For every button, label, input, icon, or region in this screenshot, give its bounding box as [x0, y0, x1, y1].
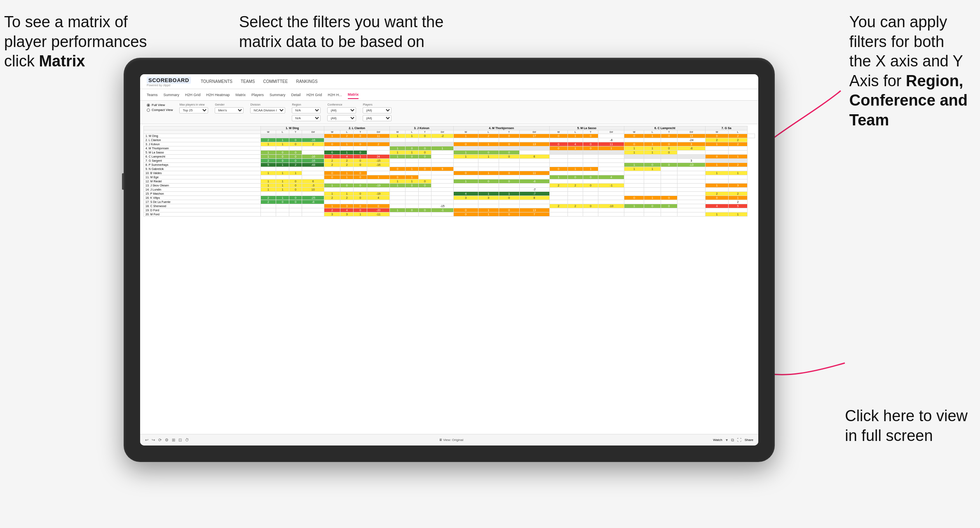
redo-icon[interactable]: ↪ — [152, 438, 155, 442]
sec-nav-summary2[interactable]: Summary — [270, 91, 286, 99]
matrix-cell — [644, 212, 661, 217]
players-select-2[interactable]: (All) — [363, 115, 392, 121]
nav-committee[interactable]: COMMITTEE — [263, 78, 288, 85]
matrix-cell — [367, 179, 389, 184]
matrix-cell: 3 — [677, 142, 705, 146]
conference-select-1[interactable]: (All) — [327, 107, 356, 113]
matrix-cell — [276, 134, 289, 138]
matrix-cell — [406, 196, 419, 200]
matrix-cell: -16 — [367, 163, 389, 167]
matrix-cell: 1 — [390, 208, 406, 212]
matrix-cell: 0 — [549, 142, 567, 146]
region-select-2[interactable]: N/A — [292, 115, 321, 121]
matrix-cell: 3 — [324, 212, 340, 217]
watch-label[interactable]: Watch — [713, 438, 722, 442]
matrix-cell — [598, 159, 624, 163]
table-row: 6. C Lamprecht100-1624124100110601 — [144, 155, 755, 159]
share-label[interactable]: Share — [745, 438, 753, 442]
clock-icon[interactable]: ⏱ — [185, 438, 189, 442]
matrix-cell — [677, 204, 705, 208]
matrix-cell: 4 — [340, 155, 354, 159]
matrix-cell: 0 — [418, 179, 431, 184]
sec-nav-matrix-active[interactable]: Matrix — [348, 91, 359, 99]
table-row: 19. D Ford240-20100-101013 — [144, 208, 755, 212]
settings-icon[interactable]: ⚙ — [165, 438, 169, 442]
full-view-option[interactable]: Full View — [147, 103, 173, 107]
matrix-cell — [478, 146, 499, 151]
row-header-empty — [144, 126, 261, 130]
matrix-cell — [644, 184, 661, 188]
matrix-cell — [367, 200, 389, 204]
nav-rankings[interactable]: RANKINGS — [296, 78, 317, 85]
matrix-cell: 0 — [661, 204, 677, 208]
sec-nav-h2h-h[interactable]: H2H H... — [328, 91, 342, 99]
matrix-cell: 0 — [583, 175, 598, 179]
gender-select[interactable]: Men's — [215, 107, 244, 113]
max-players-select[interactable]: Top 25 — [179, 107, 208, 113]
matrix-cell — [453, 159, 478, 163]
matrix-cell — [390, 200, 406, 204]
region-select-1[interactable]: N/A — [292, 107, 321, 113]
screen-icon[interactable]: ⧉ — [731, 438, 734, 443]
matrix-cell — [661, 175, 677, 179]
conference-select-2[interactable]: (All) — [327, 115, 356, 121]
matrix-cell — [728, 146, 747, 151]
refresh-icon[interactable]: ⟳ — [158, 438, 162, 442]
matrix-cell — [478, 159, 499, 163]
matrix-cell — [499, 146, 519, 151]
sub-h-dif6: Dif — [677, 130, 705, 134]
zoom-reset-icon[interactable]: ⊡ — [178, 438, 182, 442]
compact-view-radio[interactable] — [147, 108, 150, 112]
matrix-cell — [644, 179, 661, 184]
matrix-cell — [260, 212, 276, 217]
grid-icon[interactable]: ⊞ — [172, 438, 175, 442]
sec-nav-h2h-heatmap[interactable]: H2H Heatmap — [206, 91, 230, 99]
matrix-cell — [390, 196, 406, 200]
sub-h-dif5: Dif — [598, 130, 624, 134]
sec-nav-teams[interactable]: Teams — [147, 91, 158, 99]
matrix-cell — [567, 196, 583, 200]
sub-header-empty — [144, 130, 261, 134]
compact-view-option[interactable]: Compact View — [147, 108, 173, 112]
matrix-cell — [431, 159, 454, 163]
matrix-cell: -6 — [598, 138, 624, 142]
toolbar-center: 🖥 View: Original — [439, 438, 463, 442]
nav-tournaments[interactable]: TOURNAMENTS — [201, 78, 232, 85]
matrix-cell: 0 — [418, 208, 431, 212]
player-name-cell: 5. M La Sasso — [144, 151, 261, 155]
matrix-cell — [624, 175, 644, 179]
matrix-cell — [260, 208, 276, 212]
matrix-cell — [706, 175, 728, 179]
nav-teams[interactable]: TEAMS — [241, 78, 255, 85]
sec-nav-matrix[interactable]: Matrix — [236, 91, 246, 99]
table-row: 13. J Skov Olesen110-3100-19100220-113 — [144, 184, 755, 188]
matrix-cell — [706, 167, 728, 171]
matrix-cell: 0 — [478, 151, 499, 155]
matrix-cell — [478, 184, 499, 188]
matrix-cell: 2 — [289, 163, 302, 167]
matrix-cell: 1 — [624, 146, 644, 151]
fullscreen-icon[interactable]: ⛶ — [737, 438, 741, 442]
matrix-cell: 0 — [583, 142, 598, 146]
matrix-cell: 0 — [390, 175, 406, 179]
sec-nav-h2h-grid2[interactable]: H2H Grid — [307, 91, 322, 99]
matrix-cell: 0 — [406, 155, 419, 159]
division-select[interactable]: NCAA Division I — [250, 107, 285, 113]
matrix-cell — [624, 184, 644, 188]
sec-nav-summary[interactable]: Summary — [164, 91, 180, 99]
annotation-top-center: Select the filters you want the matrix d… — [239, 12, 470, 52]
sec-nav-h2h-grid[interactable]: H2H Grid — [185, 91, 201, 99]
matrix-cell: 1 — [549, 175, 567, 179]
sec-nav-players[interactable]: Players — [251, 91, 264, 99]
matrix-cell: 1 — [340, 175, 354, 179]
matrix-cell: 1 — [390, 179, 406, 184]
undo-icon[interactable]: ↩ — [145, 438, 148, 442]
players-select-1[interactable]: (All) — [363, 107, 392, 113]
full-view-radio[interactable] — [147, 104, 150, 107]
sec-nav-detail[interactable]: Detail — [291, 91, 301, 99]
sub-h-l5: L — [567, 130, 583, 134]
matrix-cell: 2 — [728, 192, 747, 196]
watch-dropdown-icon[interactable]: ▾ — [726, 438, 728, 442]
table-row: 20. M Ford331-11010711 — [144, 212, 755, 217]
matrix-cell — [406, 200, 419, 204]
